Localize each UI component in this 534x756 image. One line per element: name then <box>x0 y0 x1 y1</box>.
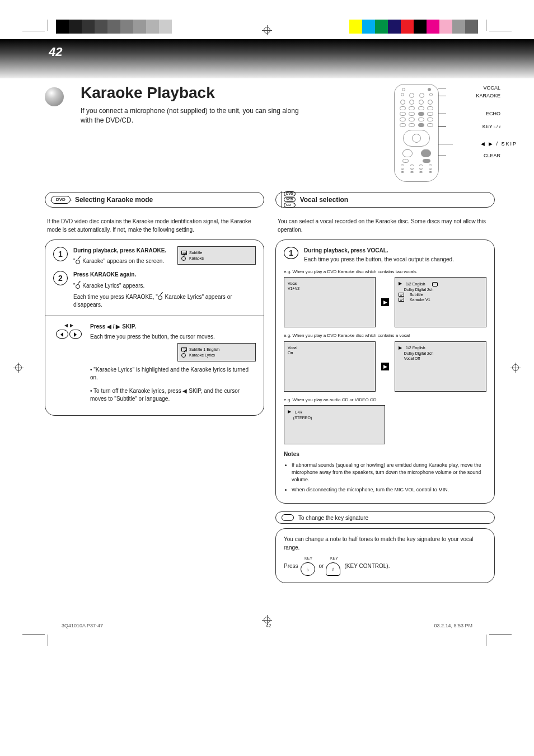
skip-prev-button[interactable] <box>56 330 68 339</box>
note-item: When disconnecting the microphone, turn … <box>292 486 486 494</box>
dvd-b-note2: • To turn off the Karaoke lyrics, press … <box>90 387 256 403</box>
karaoke-icon <box>181 352 187 358</box>
section-dvd-bar: DVD Selecting Karaoke mode <box>45 192 264 208</box>
remote-label-echo: ECHO <box>486 111 500 116</box>
section-clear-bar: To change the key signature <box>275 511 495 524</box>
key-label: KEY <box>301 556 317 560</box>
remote-label-skip: ◀ ▶ / SKIP <box>481 141 517 147</box>
remote-label-karaoke: KARAOKE <box>476 93 500 98</box>
vcd-eg1: e.g. When you play a DVD Karaoke disc wh… <box>284 269 486 275</box>
key-label: KEY <box>326 556 342 560</box>
crop-mark <box>48 635 48 646</box>
section-dvd-title: Selecting Karaoke mode <box>75 196 153 204</box>
vcd-step-1: 1 During playback, press VOCAL. Each tim… <box>284 247 486 264</box>
vcd-example-3: L+R (STEREO) <box>284 405 385 444</box>
shot-label: Subtitle <box>189 250 202 255</box>
footer-file: 3Q41010A P37-47 <box>62 623 103 628</box>
camera-angle-icon <box>432 282 438 287</box>
section-vcd-title: Vocal selection <box>300 196 348 204</box>
sphere-icon <box>45 87 64 106</box>
vcd-step-line1: During playback, press VOCAL. <box>304 247 388 253</box>
shot-line: Subtitle <box>410 292 423 297</box>
key-sharp-button[interactable]: ♯ <box>326 562 340 576</box>
arrow-icon: ▶ <box>381 298 389 306</box>
key-flat-button[interactable]: ♭ <box>301 562 315 576</box>
remote-outline <box>394 84 439 182</box>
dvd-skip-body: Each time you press the button, the curs… <box>90 333 256 341</box>
shot-line: Karaoke Lyrics <box>189 353 215 358</box>
shot-line: 1/2 English <box>406 281 425 287</box>
crop-marks-bottom: 3Q41010A P37-47 42 03.2.14, 8:53 PM <box>0 617 534 650</box>
karaoke-icon <box>76 259 81 264</box>
crop-mark <box>489 634 512 635</box>
clear-body: You can change a note to half tones to m… <box>284 536 486 552</box>
page-header: Karaoke Playback If you connect a microp… <box>45 84 495 182</box>
dvd-b-note1: • "Karaoke Lyrics" is highlighted and th… <box>90 366 256 382</box>
crop-mark <box>22 31 45 31</box>
dvd-card: 1 During playback, press KARAOKE. " Kara… <box>45 240 264 416</box>
notes-list: If abnormal sounds (squealing or howling… <box>284 462 486 494</box>
registration-mark <box>262 615 272 625</box>
vcd-column: You can select a vocal recorded on the K… <box>275 212 495 583</box>
vcd-step-line2: Each time you press the button, the voca… <box>304 256 486 264</box>
leader-line <box>438 156 446 156</box>
karaoke-icon <box>181 255 187 261</box>
vcd-badge-stack: DVDVCDCD <box>282 191 296 208</box>
play-icon <box>399 345 404 351</box>
shot-line: V1+V2 <box>288 286 372 291</box>
skip-next-button[interactable] <box>69 330 82 339</box>
shot-line: (STEREO) <box>293 415 312 420</box>
shot-line: Vocal <box>288 281 372 286</box>
leader-line <box>438 126 446 127</box>
vcd-eg3: e.g. When you play an audio CD or VIDEO … <box>284 397 486 403</box>
page-title: Karaoke Playback <box>81 84 377 102</box>
clear-card: You can change a note to half tones to m… <box>275 528 495 583</box>
crop-marks-top <box>0 0 534 39</box>
vcd-example-2: Vocal On ▶ 1/2 English Dolby Digital 2ch… <box>284 341 486 392</box>
grayscale-calibration-strip <box>56 20 185 34</box>
vcd-shot-2b: 1/2 English Dolby Digital 2ch Vocal Off <box>395 341 486 392</box>
color-calibration-strip <box>349 20 478 34</box>
vcd-eg2: e.g. When you play a DVD Karaoke disc wh… <box>284 333 486 339</box>
leader-line <box>438 96 446 96</box>
shot-line: Vocal <box>288 345 372 350</box>
subtitle-icon <box>399 298 404 302</box>
section-vcd-bar: DVDVCDCD Vocal selection <box>275 192 495 208</box>
note-item: If abnormal sounds (squealing or howling… <box>292 462 486 483</box>
vcd-shot-2a: Vocal On <box>284 341 376 392</box>
dvd-step-2: 2 Press KARAOKE again. " Karaoke Lyrics"… <box>53 271 256 309</box>
play-icon <box>399 281 404 287</box>
dvd-intro: If the DVD video disc contains the Karao… <box>47 218 262 234</box>
page-number: 42 <box>49 45 62 59</box>
crop-mark <box>48 20 48 31</box>
remote-label-clear: CLEAR <box>484 153 500 158</box>
step-number-1: 1 <box>53 247 68 261</box>
dvd-badge: DVD <box>51 196 71 204</box>
remote-label-key: KEY ♭ / ♯ <box>483 124 500 129</box>
separator <box>45 316 264 316</box>
dvd-step1-line1: During playback, press KARAOKE. <box>73 247 166 253</box>
shot-line: Vocal Off <box>404 356 420 361</box>
leader-line <box>438 144 453 144</box>
karaoke-icon <box>158 294 163 300</box>
karaoke-icon <box>76 283 81 289</box>
vcd-intro: You can select a vocal recorded on the K… <box>278 218 493 234</box>
dvd-step-skip: Press ◀ / ▶ SKIP. Each time you press th… <box>53 323 256 403</box>
shot-line: L+R <box>295 410 302 415</box>
vcd-card: 1 During playback, press VOCAL. Each tim… <box>275 240 495 504</box>
vcd-shot-1b: 1/2 English Dolby Digital 2ch Subtitle K… <box>395 277 486 327</box>
leader-line <box>438 114 446 114</box>
registration-mark <box>262 25 272 35</box>
leader-line <box>438 88 446 88</box>
page-banner <box>0 39 534 78</box>
dvd-column: If the DVD video disc contains the Karao… <box>45 212 264 583</box>
vcd-shot-3: L+R (STEREO) <box>284 405 385 444</box>
section-clear-title: To change the key signature <box>298 515 368 521</box>
vcd-shot-1a: Vocal V1+V2 <box>284 277 376 327</box>
shot-line: Subtitle 1 English <box>189 347 219 352</box>
arrow-icon: ▶ <box>381 363 389 370</box>
subtitle-icon <box>399 293 404 297</box>
clear-step-or: or <box>319 563 324 569</box>
remote-label-vocal: VOCAL <box>483 85 500 91</box>
dvd-shot-1: Subtitle Karaoke <box>177 246 256 265</box>
